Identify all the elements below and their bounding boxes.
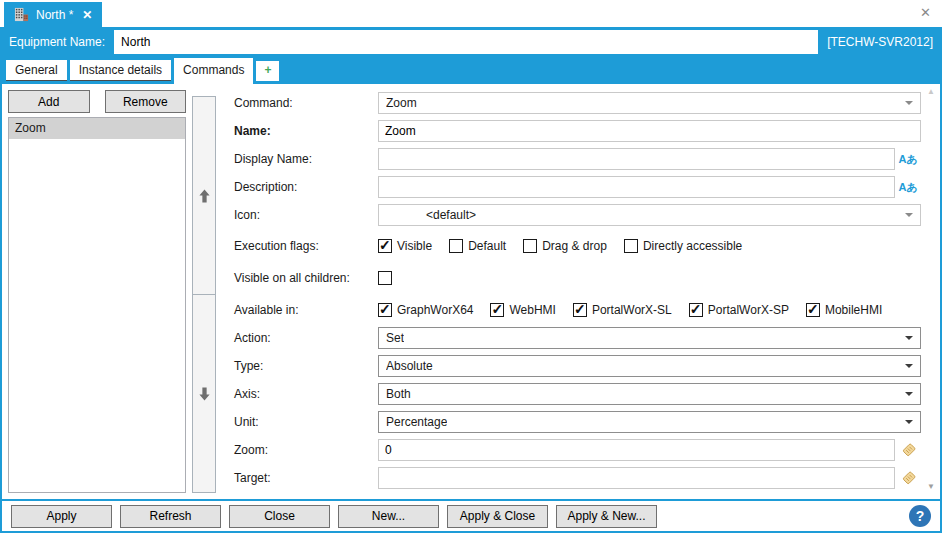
document-tab-label: North * [36,8,73,22]
checkbox-visible[interactable]: Visible [378,239,432,253]
checkbox-directly-accessible[interactable]: Directly accessible [624,239,742,253]
zoom-input[interactable] [378,439,895,461]
action-select[interactable]: Set [378,327,921,349]
checkbox-label: Directly accessible [643,239,742,253]
document-tab-bar: North * ✕ ✕ [0,0,942,27]
action-label: Action: [234,331,378,345]
checkbox-default[interactable]: Default [449,239,506,253]
localize-icon[interactable]: Aあ [895,180,921,195]
equipment-name-input[interactable] [114,30,818,54]
arrow-down-icon [198,386,211,402]
checkbox-label: MobileHMI [825,303,882,317]
server-badge: [TECHW-SVR2012] [827,35,933,49]
equipment-building-icon [14,7,29,22]
remove-button[interactable]: Remove [105,90,187,113]
scroll-down-icon[interactable]: ▼ [927,482,935,491]
checkbox-label: WebHMI [509,303,555,317]
checkbox-box [523,239,537,253]
checkbox-label: GraphWorX64 [397,303,473,317]
checkbox-box [490,303,504,317]
scroll-up-icon[interactable]: ▲ [927,87,935,96]
available-in-label: Available in: [234,303,378,317]
description-label: Description: [234,180,378,194]
reorder-strip [192,96,216,493]
chevron-down-icon [905,420,913,424]
chevron-down-icon [905,101,913,105]
name-input[interactable] [378,120,921,142]
checkbox-label: PortalWorX-SL [592,303,672,317]
tab-general[interactable]: General [6,60,67,81]
checkbox-box [689,303,703,317]
execution-flags-label: Execution flags: [234,239,378,253]
checkbox-box [378,303,392,317]
target-input[interactable] [378,467,895,489]
checkbox-webhmi[interactable]: WebHMI [490,303,555,317]
axis-select[interactable]: Both [378,383,921,405]
checkbox-box [449,239,463,253]
checkbox-portalworx-sl[interactable]: PortalWorX-SL [573,303,672,317]
checkbox-visible-on-all-children[interactable] [378,271,392,285]
display-name-input[interactable] [378,148,895,170]
window-close-icon[interactable]: ✕ [920,5,931,20]
checkbox-box [378,271,392,285]
chevron-down-icon [905,392,913,396]
command-list[interactable]: Zoom [8,117,186,493]
checkbox-drag-drop[interactable]: Drag & drop [523,239,607,253]
document-tab-north[interactable]: North * ✕ [4,2,102,27]
refresh-button[interactable]: Refresh [120,505,221,528]
new-button[interactable]: New... [338,505,439,528]
command-list-panel: Add Remove Zoom [2,84,186,499]
chevron-down-icon [905,213,913,217]
help-icon[interactable]: ? [909,505,931,527]
add-button[interactable]: Add [8,90,90,113]
icon-select[interactable]: <default> [378,204,921,226]
apply-and-new-button[interactable]: Apply & New... [556,505,657,528]
checkbox-box [624,239,638,253]
command-form: Command: Zoom Name: Display Name: [220,84,923,499]
visible-on-all-children-label: Visible on all children: [234,271,378,285]
tab-add-plus[interactable]: + [256,61,279,81]
equipment-name-label: Equipment Name: [9,35,105,49]
footer-button-bar: Apply Refresh Close New... Apply & Close… [0,499,942,533]
zoom-label: Zoom: [234,443,378,457]
description-input[interactable] [378,176,895,198]
checkbox-label: Default [468,239,506,253]
move-down-button[interactable] [192,295,216,493]
list-item-zoom[interactable]: Zoom [9,118,185,139]
checkbox-box [806,303,820,317]
localize-icon[interactable]: Aあ [895,152,921,167]
checkbox-box [573,303,587,317]
tab-commands[interactable]: Commands [174,58,253,84]
chevron-down-icon [905,364,913,368]
name-label: Name: [234,124,378,138]
tag-browse-icon[interactable] [895,443,921,458]
move-up-button[interactable] [192,96,216,295]
checkbox-graphworx64[interactable]: GraphWorX64 [378,303,473,317]
document-tab-close-icon[interactable]: ✕ [82,8,92,22]
checkbox-label: PortalWorX-SP [708,303,789,317]
type-select[interactable]: Absolute [378,355,921,377]
axis-label: Axis: [234,387,378,401]
form-scrollbar[interactable]: ▲ ▼ [923,84,940,499]
checkbox-label: Drag & drop [542,239,607,253]
commands-tab-content: Add Remove Zoom Command: [0,84,942,499]
tag-browse-icon[interactable] [895,471,921,486]
apply-and-close-button[interactable]: Apply & Close [447,505,548,528]
checkbox-box [378,239,392,253]
tab-instance-details[interactable]: Instance details [70,60,171,81]
apply-button[interactable]: Apply [11,505,112,528]
command-select[interactable]: Zoom [378,92,921,114]
type-label: Type: [234,359,378,373]
close-button[interactable]: Close [229,505,330,528]
unit-select[interactable]: Percentage [378,411,921,433]
checkbox-label: Visible [397,239,432,253]
checkbox-mobilehmi[interactable]: MobileHMI [806,303,882,317]
equipment-name-bar: Equipment Name: [TECHW-SVR2012] [0,27,942,56]
checkbox-portalworx-sp[interactable]: PortalWorX-SP [689,303,789,317]
chevron-down-icon [905,336,913,340]
icon-label: Icon: [234,208,378,222]
command-label: Command: [234,96,378,110]
unit-label: Unit: [234,415,378,429]
display-name-label: Display Name: [234,152,378,166]
target-label: Target: [234,471,378,485]
